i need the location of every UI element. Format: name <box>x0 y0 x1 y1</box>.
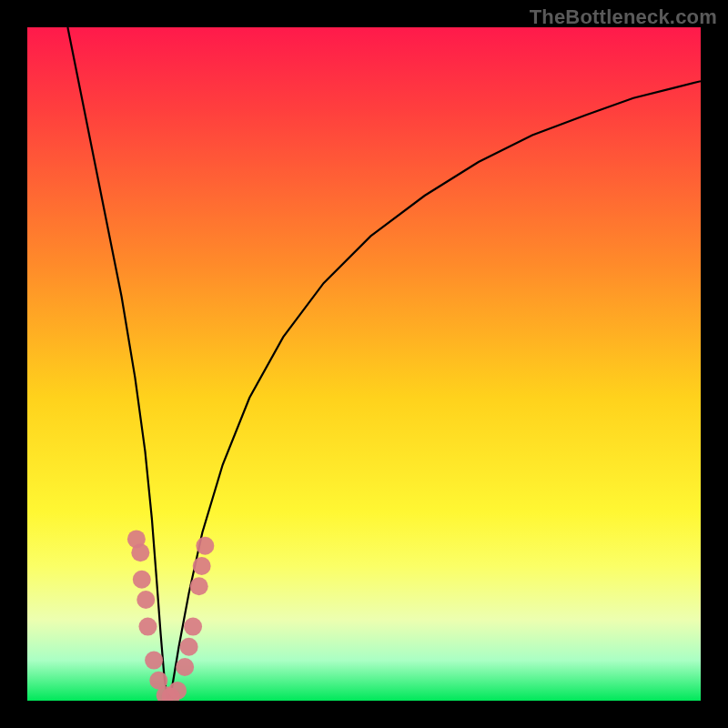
marker-dot <box>196 537 214 555</box>
plot-area <box>27 27 701 701</box>
bottleneck-chart <box>27 27 701 701</box>
marker-dot <box>184 618 202 636</box>
marker-dot <box>168 682 187 700</box>
marker-dot <box>190 577 208 595</box>
marker-dot <box>138 618 157 636</box>
marker-dot <box>193 557 211 575</box>
marker-dot <box>180 638 198 656</box>
marker-dot <box>136 591 155 609</box>
marker-dot <box>133 571 151 589</box>
marker-dot <box>131 543 149 561</box>
marker-dot <box>176 658 194 676</box>
gradient-background <box>27 27 701 701</box>
marker-dot <box>145 652 163 670</box>
watermark-text: TheBottleneck.com <box>530 5 717 29</box>
chart-frame: TheBottleneck.com <box>0 0 728 728</box>
